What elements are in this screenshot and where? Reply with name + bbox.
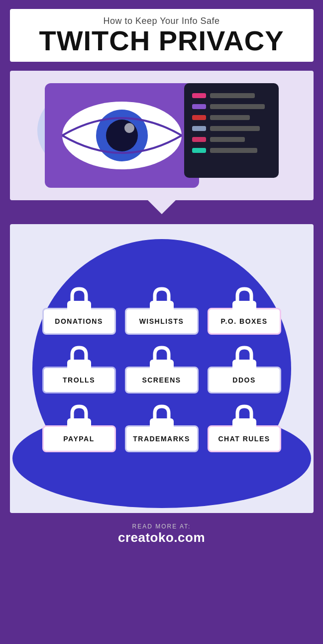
code-line-6	[210, 148, 257, 153]
code-dot-pink	[192, 93, 206, 98]
eye-icon	[57, 96, 187, 175]
svg-rect-10	[67, 418, 91, 434]
lock-icon-trolls	[62, 344, 96, 378]
code-dot-purple	[192, 104, 206, 109]
lock-item-wishlists: WISHLISTS	[125, 285, 199, 335]
svg-rect-8	[150, 360, 174, 376]
footer-read-more: READ MORE AT:	[10, 523, 314, 530]
locks-circle: DONATIONS WISHLISTS P.O. BOXES	[32, 239, 291, 498]
lock-icon-screens	[145, 344, 179, 378]
code-line-5	[210, 137, 245, 142]
lock-item-screens: SCREENS	[125, 344, 199, 393]
lock-icon-poboxes	[227, 285, 261, 319]
code-row-4	[192, 126, 271, 131]
lock-item-chatrules: CHAT RULES	[208, 402, 281, 452]
lock-icon-chatrules	[227, 402, 261, 436]
lock-row-1: DONATIONS WISHLISTS P.O. BOXES	[42, 285, 281, 335]
lock-row-3: PAYPAL TRADEMARKS CHAT RULES	[42, 402, 281, 452]
eye-section	[10, 71, 314, 200]
eye-monitor	[45, 83, 199, 188]
code-dot-magenta	[192, 137, 206, 142]
lock-item-trolls: TROLLS	[42, 344, 116, 393]
footer-section: READ MORE AT: creatoko.com	[10, 523, 314, 545]
lock-icon-trademarks	[145, 402, 179, 436]
svg-rect-5	[150, 301, 174, 317]
code-line-4	[210, 126, 260, 131]
code-line-2	[210, 104, 265, 109]
svg-rect-9	[232, 360, 256, 376]
lock-item-paypal: PAYPAL	[42, 402, 116, 452]
code-dot-red	[192, 115, 206, 120]
code-dot-teal	[192, 148, 206, 153]
lock-icon-donations	[62, 285, 96, 319]
locks-section: DONATIONS WISHLISTS P.O. BOXES	[10, 224, 314, 513]
code-line-3	[210, 115, 250, 120]
code-row-6	[192, 148, 271, 153]
lock-icon-paypal	[62, 402, 96, 436]
svg-rect-6	[232, 301, 256, 317]
lock-row-2: TROLLS SCREENS DDOS	[42, 344, 281, 393]
lock-item-donations: DONATIONS	[42, 285, 116, 335]
code-row-3	[192, 115, 271, 120]
code-row-2	[192, 104, 271, 109]
svg-point-3	[124, 123, 134, 133]
code-dot-blue	[192, 126, 206, 131]
svg-rect-11	[150, 418, 174, 434]
header-title: TWITCH PRIVACY	[20, 26, 304, 56]
lock-item-trademarks: TRADEMARKS	[125, 402, 199, 452]
code-row-5	[192, 137, 271, 142]
svg-rect-7	[67, 360, 91, 376]
code-line-1	[210, 93, 255, 98]
footer-url: creatoko.com	[10, 530, 314, 545]
svg-rect-4	[67, 301, 91, 317]
lock-item-poboxes: P.O. BOXES	[208, 285, 281, 335]
lock-item-ddos: DDOS	[208, 344, 281, 393]
header-section: How to Keep Your Info Safe TWITCH PRIVAC…	[10, 9, 314, 62]
svg-rect-12	[232, 418, 256, 434]
code-row-1	[192, 93, 271, 98]
lock-icon-ddos	[227, 344, 261, 378]
code-panel	[184, 83, 279, 178]
lock-icon-wishlists	[145, 285, 179, 319]
svg-point-2	[106, 120, 138, 151]
